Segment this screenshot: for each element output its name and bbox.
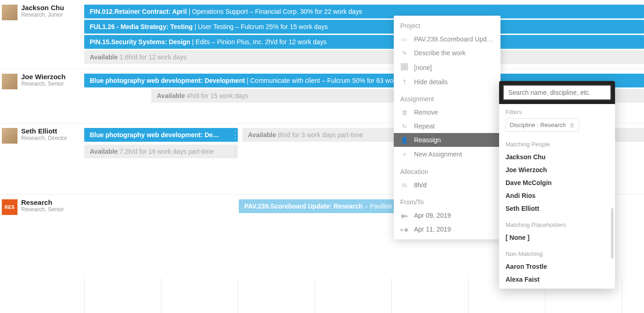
collapse-icon: ⤒ xyxy=(400,79,408,86)
person-option[interactable]: Alexa Faist xyxy=(499,273,615,286)
matching-people-label: Matching People xyxy=(499,134,615,151)
panel-hide-details[interactable]: ⤒ Hide details xyxy=(394,75,500,89)
project-icon: ▭ xyxy=(400,36,408,43)
person-name: Seth Elliott xyxy=(21,127,67,135)
percent-icon: % xyxy=(400,182,408,189)
panel-allocation-value[interactable]: % 8h/d xyxy=(394,178,500,192)
remove-filter-icon[interactable]: 🗑 xyxy=(569,122,575,128)
repeat-icon: ↻ xyxy=(400,123,408,130)
date-end-icon: ▸◆ xyxy=(400,226,408,233)
person-option[interactable]: Dave McColgin xyxy=(499,176,615,189)
assignment-bar[interactable]: Blue photography web development: De… xyxy=(84,128,238,142)
availability-bar[interactable]: Available 7.2h/d for 16 work days part-t… xyxy=(84,145,238,158)
resource-sidebar[interactable]: RES Research Research, Senior xyxy=(0,195,84,278)
filters-label: Filters xyxy=(499,104,615,118)
panel-section-project: Project xyxy=(394,16,500,32)
avatar xyxy=(2,128,17,144)
avatar-placeholder: RES xyxy=(2,199,17,215)
person-name: Joe Wierzoch xyxy=(21,73,66,81)
panel-reassign[interactable]: 👤 Reassign xyxy=(394,133,500,147)
person-name: Jackson Chu xyxy=(21,4,64,12)
assignment-bar[interactable]: FUL1.26 - Media Strategy: Testing | User… xyxy=(84,20,644,34)
trash-icon: 🗑 xyxy=(400,109,408,116)
panel-project-name[interactable]: ▭ PAV.239.Scoreboard Updat… xyxy=(394,32,500,46)
lane: FIN.012.Retainer Contract: April | Opera… xyxy=(84,0,644,69)
resource-row: Jackson Chu Research, Junior FIN.012.Ret… xyxy=(0,0,644,69)
person-role: Research, Director xyxy=(21,135,67,141)
scrollbar[interactable] xyxy=(611,208,614,259)
person-option[interactable]: Andi Rios xyxy=(499,189,615,202)
reassign-popover: Filters Discipline : Research 🗑 Matching… xyxy=(499,81,615,289)
panel-remove[interactable]: 🗑 Remove xyxy=(394,105,500,119)
person-role: Research, Junior xyxy=(21,12,64,18)
date-start-icon: ◆▸ xyxy=(400,212,408,219)
resource-sidebar[interactable]: Joe Wierzoch Research, Senior xyxy=(0,69,84,123)
person-option[interactable]: Jackson Chu xyxy=(499,151,615,163)
avatar xyxy=(2,5,17,20)
person-icon: 👤 xyxy=(400,137,408,144)
panel-color-none[interactable]: [none] xyxy=(394,60,500,75)
person-name: Research xyxy=(21,198,64,206)
resource-sidebar[interactable]: Seth Elliott Research, Director xyxy=(0,123,84,194)
filter-chip[interactable]: Discipline : Research 🗑 xyxy=(506,118,579,132)
person-role: Research, Senior xyxy=(21,81,66,87)
placeholder-option[interactable]: [ None ] xyxy=(499,231,615,244)
panel-section-fromto: From/To xyxy=(394,192,500,209)
availability-bar[interactable]: Available 1.6h/d for 12 work days xyxy=(84,50,644,64)
assignment-bar[interactable]: PIN.15.Security Systems: Design | Edits … xyxy=(84,35,644,49)
panel-new-assignment[interactable]: ＋ New Assignment xyxy=(394,147,500,162)
panel-section-allocation: Allocation xyxy=(394,162,500,178)
matching-placeholders-label: Matching Placeholders xyxy=(499,215,615,231)
person-role: Research, Senior xyxy=(21,206,64,213)
panel-to-date[interactable]: ▸◆ Apr 11, 2019 xyxy=(394,222,500,239)
panel-describe-work[interactable]: ✎ Describe the work xyxy=(394,46,500,60)
search-input[interactable] xyxy=(503,85,611,100)
resize-handle-icon[interactable] xyxy=(235,147,236,156)
pencil-icon: ✎ xyxy=(400,50,408,57)
person-option[interactable]: Aaron Trostle xyxy=(499,260,615,273)
panel-section-assignment: Assignment xyxy=(394,89,500,105)
non-matching-label: Non-Matching xyxy=(499,244,615,260)
resource-sidebar[interactable]: Jackson Chu Research, Junior xyxy=(0,0,84,69)
resize-handle-icon[interactable] xyxy=(235,131,236,139)
plus-icon: ＋ xyxy=(400,150,408,158)
search-wrap xyxy=(499,81,615,104)
assignment-context-panel: Project ▭ PAV.239.Scoreboard Updat… ✎ De… xyxy=(394,16,500,239)
person-option[interactable]: Joe Wierzoch xyxy=(499,163,615,176)
assignment-bar[interactable]: FIN.012.Retainer Contract: April | Opera… xyxy=(84,5,644,18)
person-option[interactable]: Seth Elliott xyxy=(499,202,615,215)
color-swatch-icon xyxy=(400,63,408,72)
avatar xyxy=(2,74,17,89)
panel-repeat[interactable]: ↻ Repeat xyxy=(394,119,500,133)
panel-from-date[interactable]: ◆▸ Apr 09, 2019 xyxy=(394,209,500,222)
